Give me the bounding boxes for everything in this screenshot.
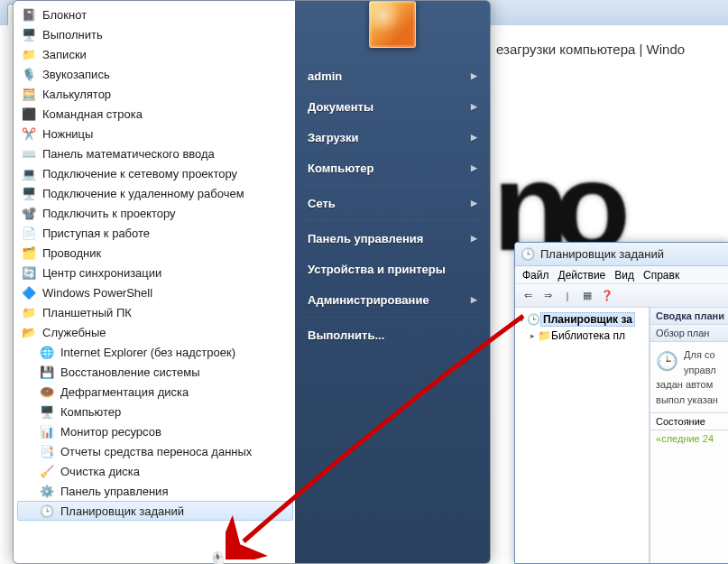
right-panel-label: Панель управления: [308, 232, 423, 245]
program-item[interactable]: 🖥️Компьютер: [17, 402, 293, 421]
right-panel-label: Документы: [308, 100, 373, 114]
action-icon[interactable]: ▦: [578, 287, 596, 305]
program-label: Калькулятор: [42, 88, 111, 101]
program-item[interactable]: 🧮Калькулятор: [17, 84, 293, 104]
menu-item[interactable]: Действие: [558, 269, 606, 282]
program-item[interactable]: 🌐Internet Explorer (без надстроек): [17, 342, 293, 362]
program-item[interactable]: 🎙️Звукозапись: [17, 64, 293, 84]
folder-open-icon: 📂: [21, 324, 37, 340]
program-item[interactable]: 🔄Центр синхронизации: [17, 263, 293, 282]
program-label: Internet Explorer (без надстроек): [60, 346, 235, 359]
right-panel-label: Загрузки: [308, 131, 359, 144]
start-menu-programs-panel: 📓Блокнот🖥️Выполнить📁Записки🎙️Звукозапись…: [14, 1, 295, 563]
app-icon: 📑: [39, 443, 55, 459]
right-panel-item[interactable]: Загрузки▶: [295, 122, 490, 153]
overview-header: Обзор план: [650, 325, 728, 342]
forward-icon[interactable]: ⇒: [539, 287, 557, 305]
right-panel-item[interactable]: Устройства и принтеры: [295, 254, 490, 284]
program-label: Ножницы: [42, 127, 93, 141]
program-label: Windows PowerShell: [42, 286, 152, 300]
program-item[interactable]: 📊Монитор ресурсов: [17, 421, 293, 441]
program-label: Компьютер: [60, 405, 121, 419]
separator: [302, 317, 483, 318]
summary-header: Сводка плани: [650, 308, 728, 325]
program-item[interactable]: 📁Планшетный ПК: [17, 302, 293, 322]
program-item[interactable]: 🖥️Выполнить: [17, 24, 293, 44]
program-label: Блокнот: [42, 8, 87, 22]
program-item[interactable]: 📑Отчеты средства переноса данных: [17, 441, 293, 461]
program-label: Приступая к работе: [42, 227, 150, 240]
program-label: Записки: [42, 48, 87, 61]
app-icon: 🧹: [39, 463, 55, 479]
app-icon: 🖥️: [21, 26, 37, 42]
program-label: Панель управления: [60, 485, 168, 498]
submenu-arrow-icon: ▶: [471, 234, 477, 243]
program-item[interactable]: 📓Блокнот: [17, 5, 293, 24]
programs-scroll-list[interactable]: 📓Блокнот🖥️Выполнить📁Записки🎙️Звукозапись…: [14, 5, 295, 559]
program-label: Проводник: [42, 246, 101, 260]
expand-icon[interactable]: ▾: [517, 315, 526, 324]
right-panel-item[interactable]: admin▶: [295, 60, 490, 91]
right-panel-item[interactable]: Компьютер▶: [295, 153, 490, 183]
program-item[interactable]: 🖥️Подключение к удаленному рабочем: [17, 183, 293, 203]
program-item[interactable]: 💻Подключение к сетевому проектору: [17, 163, 293, 183]
tree-panel[interactable]: ▾ 🕒 Планировщик за ▸ 📁 Библиотека пл: [515, 308, 650, 563]
tree-library-row[interactable]: ▸ 📁 Библиотека пл: [517, 328, 647, 344]
program-label: Дефрагментация диска: [60, 385, 189, 399]
right-panel-item[interactable]: Выполнить...: [295, 319, 490, 350]
program-item[interactable]: 💾Восстановление системы: [17, 362, 293, 382]
program-item[interactable]: ⌨️Панель математического ввода: [17, 143, 293, 163]
folder-icon: 🔷: [21, 284, 37, 300]
right-panel-label: Выполнить...: [308, 328, 384, 342]
user-avatar[interactable]: [369, 1, 416, 48]
window-toolbar[interactable]: ⇐ ⇒ | ▦ ❓: [515, 284, 728, 308]
program-item-task-scheduler[interactable]: 🕒Планировщик заданий: [17, 501, 293, 521]
program-item[interactable]: 🔷Windows PowerShell: [17, 282, 293, 302]
submenu-arrow-icon: ▶: [471, 133, 477, 142]
submenu-arrow-icon: ▶: [471, 102, 477, 111]
program-label: Очистка диска: [60, 465, 140, 478]
program-item[interactable]: 📁Записки: [17, 44, 293, 64]
app-icon: 📁: [21, 46, 37, 62]
start-menu: 📓Блокнот🖥️Выполнить📁Записки🎙️Звукозапись…: [13, 0, 491, 564]
window-titlebar[interactable]: 🕒 Планировщик заданий: [515, 243, 728, 266]
program-label: Звукозапись: [42, 68, 110, 81]
menu-item[interactable]: Вид: [614, 269, 634, 282]
program-item[interactable]: 🧹Очистка диска: [17, 461, 293, 481]
app-icon: ✂️: [21, 125, 37, 142]
program-item[interactable]: ⚙️Панель управления: [17, 481, 293, 501]
app-icon: 💾: [39, 364, 55, 380]
tree-root-row[interactable]: ▾ 🕒 Планировщик за: [517, 311, 647, 328]
menu-item[interactable]: Файл: [522, 269, 549, 282]
program-item[interactable]: 🗂️Проводник: [17, 243, 293, 263]
program-item[interactable]: 📽️Подключить к проектору: [17, 203, 293, 223]
right-panel-item[interactable]: Сеть▶: [295, 188, 490, 218]
program-label: Центр синхронизации: [42, 266, 161, 280]
window-menubar[interactable]: ФайлДействиеВидСправк: [515, 266, 728, 284]
menu-item[interactable]: Справк: [643, 269, 679, 282]
program-label: Выполнить: [42, 28, 103, 42]
program-label: Служебные: [42, 326, 106, 339]
program-item[interactable]: ✂️Ножницы: [17, 124, 293, 143]
program-item[interactable]: 📂Служебные: [17, 322, 293, 342]
program-item[interactable]: 📄Приступая к работе: [17, 223, 293, 243]
app-icon: 📊: [39, 423, 55, 439]
right-panel-item[interactable]: Документы▶: [295, 91, 490, 122]
app-icon: 🍩: [39, 384, 55, 400]
program-label: Подключить к проектору: [42, 207, 176, 220]
back-icon[interactable]: ⇐: [519, 287, 537, 305]
clock-icon: 🕒: [521, 247, 535, 262]
program-item[interactable]: ⬛Командная строка: [17, 104, 293, 124]
tree-library-label: Библиотека пл: [551, 329, 625, 342]
app-icon: 🖥️: [21, 185, 37, 201]
expand-icon[interactable]: ▸: [528, 331, 537, 340]
app-icon: 🖥️: [39, 403, 55, 420]
right-panel-item[interactable]: Панель управления▶: [295, 223, 490, 254]
program-label: Подключение к сетевому проектору: [42, 167, 237, 180]
app-icon: 📄: [21, 225, 37, 241]
right-panel-item[interactable]: Администрирование▶: [295, 284, 490, 315]
program-item[interactable]: 🍩Дефрагментация диска: [17, 382, 293, 402]
app-icon: 🔄: [21, 264, 37, 281]
submenu-arrow-icon: ▶: [471, 295, 477, 304]
help-icon[interactable]: ❓: [598, 287, 616, 305]
